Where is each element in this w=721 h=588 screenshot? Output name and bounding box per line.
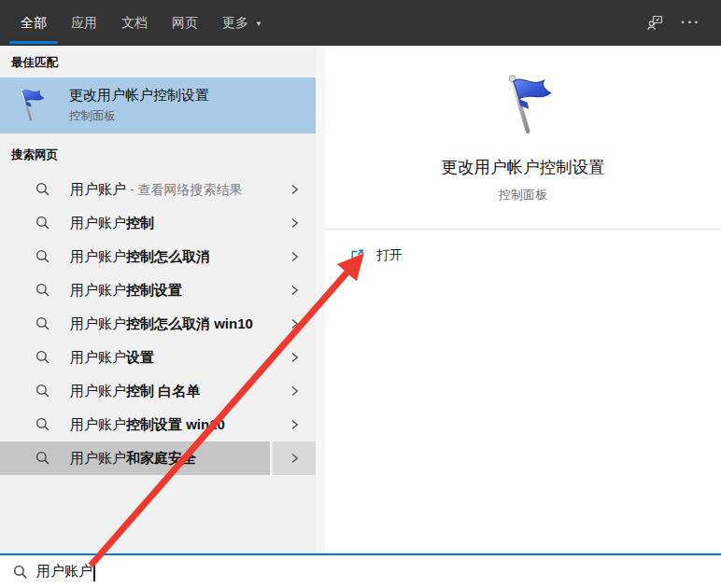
- suggestion-expand-button[interactable]: [273, 408, 316, 441]
- preview-title: 更改用户帐户控制设置: [442, 156, 605, 178]
- suggestion-completion: 和家庭安全: [126, 450, 196, 466]
- search-icon: [35, 249, 50, 264]
- web-suggestion-main[interactable]: 用户账户和家庭安全: [0, 441, 270, 475]
- search-icon: [35, 417, 50, 432]
- suggestion-completion: 控制设置 win10: [126, 416, 225, 432]
- web-suggestion-main[interactable]: 用户账户设置: [0, 341, 270, 374]
- web-search-header: 搜索网页: [0, 133, 316, 173]
- suggestion-expand-button[interactable]: [273, 273, 316, 307]
- search-icon: [35, 384, 50, 399]
- suggestion-note: - 查看网络搜索结果: [126, 182, 242, 197]
- tab-more-label: 更多: [222, 15, 248, 32]
- search-results-area: 最佳匹配 更改: [0, 46, 721, 553]
- chevron-right-icon: [290, 453, 300, 464]
- open-action-button[interactable]: 打开: [325, 230, 721, 264]
- web-suggestion-main[interactable]: 用户账户控制怎么取消 win10: [0, 307, 270, 341]
- chevron-right-icon: [290, 251, 300, 262]
- search-icon: [35, 350, 50, 365]
- search-filter-bar: 全部 应用 文档 网页 更多 ▼ •••: [0, 0, 721, 46]
- preview-subtitle: 控制面板: [499, 187, 547, 203]
- suggestion-expand-button[interactable]: [273, 374, 316, 408]
- panel-divider: [316, 46, 325, 553]
- web-suggestion-main[interactable]: 用户账户 - 查看网络搜索结果: [0, 173, 270, 206]
- ellipsis-icon[interactable]: •••: [682, 18, 701, 27]
- feedback-person-icon[interactable]: [646, 14, 664, 32]
- suggestion-expand-button[interactable]: [273, 206, 316, 240]
- suggestion-completion: 控制 白名单: [126, 383, 200, 399]
- chevron-right-icon: [290, 217, 300, 229]
- suggestion-expand-button[interactable]: [273, 441, 316, 475]
- web-suggestion-row: 用户账户控制 白名单: [0, 374, 316, 408]
- suggestion-query: 用户账户: [70, 450, 126, 466]
- search-icon: [35, 216, 50, 231]
- web-suggestion-row-highlighted: 用户账户和家庭安全: [0, 441, 316, 475]
- suggestion-query: 用户账户: [70, 383, 126, 399]
- suggestion-query: 用户账户: [70, 181, 126, 197]
- tab-web[interactable]: 网页: [160, 0, 210, 46]
- suggestion-expand-button[interactable]: [273, 240, 316, 273]
- suggestion-query: 用户账户: [70, 315, 126, 331]
- best-match-subtitle: 控制面板: [69, 108, 209, 124]
- suggestion-query: 用户账户: [70, 248, 126, 264]
- suggestion-completion: 控制设置: [126, 282, 182, 298]
- chevron-right-icon: [290, 318, 300, 329]
- windows-search-flyout: 全部 应用 文档 网页 更多 ▼ •••: [0, 0, 721, 588]
- web-suggestion-row: 用户账户控制设置 win10: [0, 408, 316, 441]
- web-suggestion-main[interactable]: 用户账户控制设置 win10: [0, 408, 270, 441]
- web-suggestion-main[interactable]: 用户账户控制怎么取消: [0, 240, 270, 273]
- suggestion-completion: 控制怎么取消 win10: [126, 315, 253, 331]
- chevron-right-icon: [290, 352, 300, 363]
- chevron-right-icon: [290, 419, 300, 430]
- open-external-icon: [349, 248, 364, 263]
- suggestion-query: 用户账户: [70, 215, 126, 231]
- chevron-right-icon: [290, 385, 300, 397]
- suggestion-query: 用户账户: [70, 282, 126, 298]
- web-suggestion-row: 用户账户控制怎么取消: [0, 240, 316, 273]
- web-suggestion-main[interactable]: 用户账户控制设置: [0, 273, 270, 307]
- search-icon: [35, 316, 50, 331]
- chevron-right-icon: [290, 184, 300, 195]
- topbar-actions: •••: [646, 14, 721, 32]
- search-input[interactable]: 用户账户: [0, 553, 721, 588]
- best-match-text: 更改用户帐户控制设置 控制面板: [69, 87, 209, 124]
- web-suggestion-main[interactable]: 用户账户控制 白名单: [0, 374, 270, 408]
- tab-all[interactable]: 全部: [8, 0, 59, 46]
- search-icon: [13, 565, 28, 580]
- suggestion-completion: 控制怎么取消: [126, 248, 210, 264]
- suggestion-expand-button[interactable]: [273, 173, 316, 206]
- suggestion-query: 用户账户: [70, 349, 126, 365]
- tab-documents-label: 文档: [121, 15, 148, 32]
- tab-all-label: 全部: [21, 15, 47, 32]
- tab-documents[interactable]: 文档: [109, 0, 160, 46]
- suggestion-query: 用户账户: [70, 416, 126, 432]
- search-icon: [35, 283, 50, 298]
- text-caret: [93, 563, 95, 581]
- web-suggestion-main[interactable]: 用户账户控制: [0, 206, 270, 240]
- search-icon: [35, 182, 50, 197]
- suggestion-expand-button[interactable]: [273, 341, 316, 374]
- open-action-label: 打开: [376, 247, 403, 264]
- web-suggestion-row: 用户账户设置: [0, 341, 316, 374]
- tab-apps-label: 应用: [71, 15, 97, 32]
- chevron-right-icon: [290, 285, 300, 296]
- suggestion-expand-button[interactable]: [273, 307, 316, 341]
- best-match-header: 最佳匹配: [0, 46, 316, 77]
- tab-apps[interactable]: 应用: [59, 0, 109, 46]
- tab-web-label: 网页: [172, 15, 198, 32]
- results-list-panel: 最佳匹配 更改: [0, 46, 316, 553]
- uac-flag-icon-large: [488, 72, 558, 141]
- web-suggestion-row: 用户账户 - 查看网络搜索结果: [0, 173, 316, 206]
- search-input-value: 用户账户: [36, 563, 92, 581]
- chevron-down-icon: ▼: [255, 20, 262, 28]
- tab-more[interactable]: 更多 ▼: [210, 0, 275, 46]
- best-match-title: 更改用户帐户控制设置: [69, 87, 209, 105]
- result-preview-panel: 更改用户帐户控制设置 控制面板 打开: [325, 46, 721, 553]
- suggestion-completion: 控制: [126, 215, 154, 231]
- uac-flag-icon: [8, 86, 48, 125]
- best-match-result[interactable]: 更改用户帐户控制设置 控制面板: [0, 77, 316, 133]
- web-suggestion-row: 用户账户控制怎么取消 win10: [0, 307, 316, 341]
- suggestion-completion: 设置: [126, 349, 154, 365]
- web-suggestion-row: 用户账户控制设置: [0, 273, 316, 307]
- web-suggestion-row: 用户账户控制: [0, 206, 316, 240]
- search-icon: [35, 451, 50, 466]
